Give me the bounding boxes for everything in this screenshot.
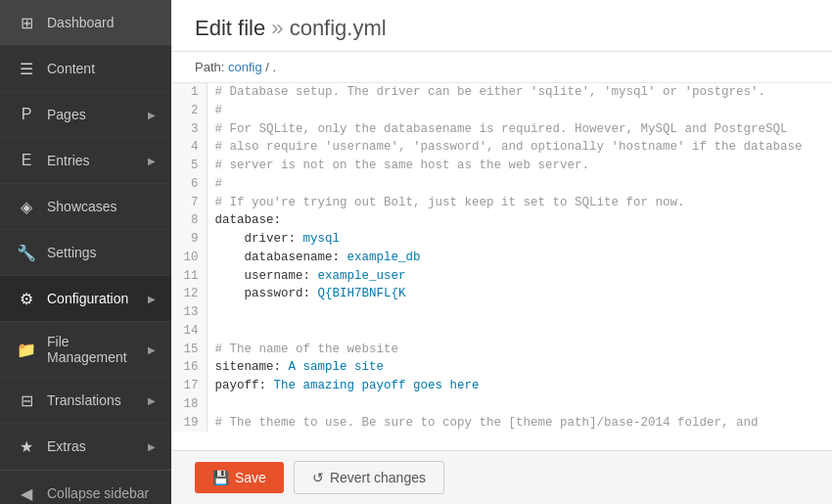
sidebar-item-configuration[interactable]: ⚙Configuration▶	[0, 276, 171, 322]
line-number: 7	[171, 194, 207, 212]
sidebar-item-label: Entries	[47, 153, 148, 168]
yaml-key: username:	[215, 269, 311, 283]
comment-text: # The name of the website	[215, 343, 399, 356]
yaml-value: A sample site	[281, 360, 384, 374]
line-number: 13	[171, 303, 207, 322]
extras-icon: ★	[16, 435, 37, 457]
sidebar-item-label: File Management	[47, 334, 148, 365]
line-number: 17	[171, 377, 207, 395]
line-code: # The theme to use. Be sure to copy the …	[207, 414, 832, 433]
title-prefix: Edit file	[195, 16, 265, 40]
line-number: 2	[171, 102, 207, 120]
line-code	[207, 303, 832, 322]
breadcrumb-link[interactable]: config	[228, 60, 262, 74]
table-row: 10 databasename: example_db	[171, 249, 832, 267]
collapse-icon: ◀	[16, 482, 37, 504]
line-code: driver: mysql	[207, 230, 832, 249]
line-code: payoff: The amazing payoff goes here	[207, 377, 832, 395]
table-row: 9 driver: mysql	[171, 230, 832, 249]
code-editor[interactable]: 1# Database setup. The driver can be eit…	[171, 83, 832, 450]
line-code: # For SQLite, only the databasename is r…	[207, 120, 832, 139]
page-title: Edit file » config.yml	[195, 16, 809, 41]
save-label: Save	[235, 470, 266, 485]
sidebar-item-settings[interactable]: 🔧Settings	[0, 230, 171, 276]
dashboard-icon: ⊞	[16, 12, 37, 33]
table-row: 3# For SQLite, only the databasename is …	[171, 120, 832, 139]
line-code: #	[207, 102, 832, 120]
table-row: 16sitename: A sample site	[171, 358, 832, 377]
table-row: 1# Database setup. The driver can be eit…	[171, 83, 832, 102]
sidebar-item-entries[interactable]: EEntries▶	[0, 138, 171, 184]
yaml-key: payoff:	[215, 379, 267, 392]
sidebar-item-showcases[interactable]: ◈Showcases	[0, 184, 171, 230]
sidebar-item-content[interactable]: ☰Content	[0, 46, 171, 92]
line-number: 15	[171, 341, 207, 359]
page-header: Edit file » config.yml	[171, 0, 832, 52]
line-number: 18	[171, 395, 207, 414]
arrow-icon: ▶	[148, 294, 156, 304]
line-number: 4	[171, 138, 207, 157]
table-row: 17payoff: The amazing payoff goes here	[171, 377, 832, 395]
settings-icon: 🔧	[16, 242, 37, 263]
sidebar-item-dashboard[interactable]: ⊞Dashboard	[0, 0, 171, 46]
line-number: 3	[171, 120, 207, 139]
table-row: 14	[171, 322, 832, 341]
breadcrumb-sep: /	[265, 60, 272, 74]
sidebar-item-pages[interactable]: PPages▶	[0, 92, 171, 138]
yaml-key: database:	[215, 213, 282, 227]
collapse-sidebar-button[interactable]: ◀Collapse sidebar	[0, 470, 171, 504]
sidebar-item-extras[interactable]: ★Extras▶	[0, 424, 171, 470]
collapse-label: Collapse sidebar	[47, 485, 156, 501]
yaml-value: mysql	[296, 232, 340, 246]
revert-label: Revert changes	[330, 470, 426, 485]
file-management-icon: 📁	[16, 339, 37, 360]
line-code: # also require 'username', 'password', a…	[207, 138, 832, 157]
breadcrumb-label: Path:	[195, 60, 224, 74]
arrow-icon: ▶	[148, 395, 156, 406]
yaml-key: driver:	[215, 232, 297, 246]
table-row: 19# The theme to use. Be sure to copy th…	[171, 414, 832, 433]
revert-icon: ↺	[312, 470, 324, 485]
comment-text: # The theme to use. Be sure to copy the …	[215, 416, 759, 430]
line-code: # Database setup. The driver can be eith…	[207, 83, 832, 102]
table-row: 7# If you're trying out Bolt, just keep …	[171, 194, 832, 212]
showcases-icon: ◈	[16, 196, 37, 217]
line-code: databasename: example_db	[207, 249, 832, 267]
sidebar-item-translations[interactable]: ⊟Translations▶	[0, 378, 171, 424]
save-button[interactable]: 💾 Save	[195, 462, 284, 493]
content-icon: ☰	[16, 58, 37, 79]
revert-button[interactable]: ↺ Revert changes	[294, 461, 444, 494]
sidebar-item-label: Settings	[47, 245, 156, 260]
comment-text: #	[215, 104, 223, 117]
comment-text: # server is not on the same host as the …	[215, 159, 590, 172]
line-number: 19	[171, 414, 207, 433]
line-number: 9	[171, 230, 207, 249]
sidebar: ⊞Dashboard☰ContentPPages▶EEntries▶◈Showc…	[0, 0, 171, 504]
main-content: Edit file » config.yml Path: config / . …	[171, 0, 832, 504]
title-separator: »	[271, 16, 289, 40]
sidebar-item-label: Showcases	[47, 199, 156, 214]
table-row: 2#	[171, 102, 832, 120]
yaml-value: example_user	[310, 269, 406, 283]
comment-text: # also require 'username', 'password', a…	[215, 140, 803, 154]
table-row: 18	[171, 395, 832, 414]
arrow-icon: ▶	[148, 110, 156, 120]
comment-text: # For SQLite, only the databasename is r…	[215, 122, 788, 136]
line-number: 11	[171, 267, 207, 286]
entries-icon: E	[16, 150, 37, 171]
breadcrumb: Path: config / .	[171, 52, 832, 83]
line-number: 6	[171, 175, 207, 194]
line-code: password: Q{BIH7BNFL{K	[207, 285, 832, 303]
arrow-icon: ▶	[148, 156, 156, 166]
sidebar-item-label: Dashboard	[47, 15, 156, 30]
comment-text: # Database setup. The driver can be eith…	[215, 85, 766, 99]
line-code: # The name of the website	[207, 341, 832, 359]
line-code: #	[207, 175, 832, 194]
sidebar-item-label: Configuration	[47, 291, 148, 306]
code-table: 1# Database setup. The driver can be eit…	[171, 83, 832, 432]
sidebar-item-file-management[interactable]: 📁File Management▶	[0, 322, 171, 378]
line-number: 12	[171, 285, 207, 303]
line-number: 1	[171, 83, 207, 102]
comment-text: #	[215, 177, 223, 191]
line-code: database:	[207, 211, 832, 230]
